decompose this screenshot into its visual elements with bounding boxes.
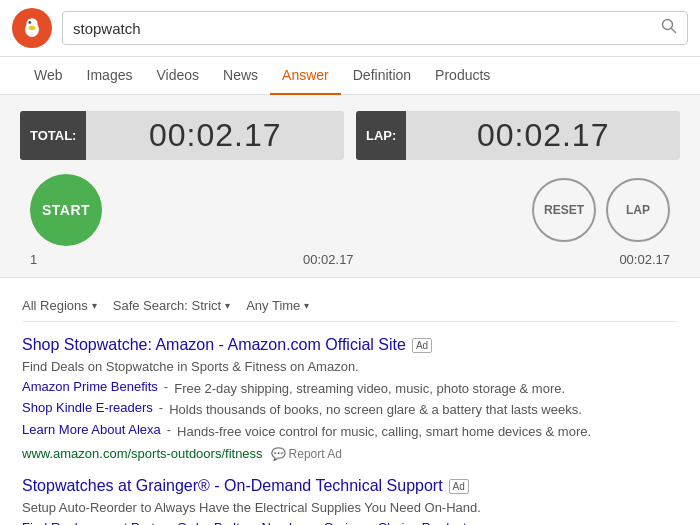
sw-lap-time: 00:02.17 [406,111,680,160]
sw-right-buttons: RESET LAP [532,178,670,242]
svg-point-3 [29,21,32,24]
result-1-desc-main: Find Deals on Stopwatche in Sports & Fit… [22,357,678,377]
search-bar[interactable] [62,11,688,45]
bubble-icon: 💬 [271,447,286,461]
nav-tabs: Web Images Videos News Answer Definition… [0,57,700,95]
result-2-title[interactable]: Stopwatches at Grainger® - On-Demand Tec… [22,477,678,495]
lap-button[interactable]: LAP [606,178,670,242]
search-result-2: Stopwatches at Grainger® - On-Demand Tec… [22,477,678,525]
filter-time[interactable]: Any Time ▾ [246,298,309,313]
result-2-sitelinks: Find Replacement Parts , Order By Item N… [22,520,678,526]
report-ad-1[interactable]: 💬 Report Ad [271,447,342,461]
header [0,0,700,57]
filter-bar: All Regions ▾ Safe Search: Strict ▾ Any … [22,288,678,322]
svg-point-4 [30,22,31,23]
filter-safe-search[interactable]: Safe Search: Strict ▾ [113,298,230,313]
search-result-1: Shop Stopwatche: Amazon - Amazon.com Off… [22,336,678,461]
start-button[interactable]: START [30,174,102,246]
sitelink-order[interactable]: Order By Item Number [177,520,308,526]
results-area: All Regions ▾ Safe Search: Strict ▾ Any … [0,278,700,525]
sw-total-label: TOTAL: [20,111,86,160]
tab-news[interactable]: News [211,57,270,95]
result-1-sitelink-row3: Learn More About Alexa - Hands-free voic… [22,422,678,444]
filter-time-label: Any Time [246,298,300,313]
tab-web[interactable]: Web [22,57,75,95]
result-1-url-row: www.amazon.com/sports-outdoors/fitness 💬… [22,446,678,461]
sw-lap-display: LAP: 00:02.17 [356,111,680,160]
sitelink-choice[interactable]: Grainger Choice Products [323,520,473,526]
sw-total-display: TOTAL: 00:02.17 [20,111,344,160]
result-2-desc-main: Setup Auto-Reorder to Always Have the El… [22,498,678,518]
sw-controls: START RESET LAP [20,174,680,246]
result-1-sitelink-row2: Shop Kindle E-readers - Holds thousands … [22,400,678,422]
filter-regions[interactable]: All Regions ▾ [22,298,97,313]
sw-lap-label: LAP: [356,111,406,160]
svg-point-5 [29,26,36,30]
search-button[interactable] [661,18,677,38]
logo [12,8,52,48]
stopwatch-widget: TOTAL: 00:02.17 LAP: 00:02.17 START RESE… [0,95,700,278]
chevron-down-icon: ▾ [304,300,309,311]
sitelink-alexa[interactable]: Learn More About Alexa [22,422,161,444]
ad-badge: Ad [412,338,432,353]
sitelink-prime[interactable]: Amazon Prime Benefits [22,379,158,401]
tab-definition[interactable]: Definition [341,57,423,95]
search-input[interactable] [73,20,661,37]
chevron-down-icon: ▾ [92,300,97,311]
filter-safe-search-label: Safe Search: Strict [113,298,221,313]
tab-answer[interactable]: Answer [270,57,341,95]
sitelink-replacement[interactable]: Find Replacement Parts [22,520,161,526]
result-1-title[interactable]: Shop Stopwatche: Amazon - Amazon.com Off… [22,336,678,354]
lap-total: 00:02.17 [619,252,670,267]
filter-regions-label: All Regions [22,298,88,313]
reset-button[interactable]: RESET [532,178,596,242]
sitelink-kindle[interactable]: Shop Kindle E-readers [22,400,153,422]
result-1-sitelinks: Amazon Prime Benefits - Free 2-day shipp… [22,379,678,401]
tab-products[interactable]: Products [423,57,502,95]
sw-displays: TOTAL: 00:02.17 LAP: 00:02.17 [20,111,680,160]
ad-badge-2: Ad [449,479,469,494]
result-1-url: www.amazon.com/sports-outdoors/fitness [22,446,263,461]
svg-line-7 [672,29,676,33]
sw-laps-row: 1 00:02.17 00:02.17 [20,246,680,267]
lap-elapsed: 00:02.17 [303,252,354,267]
chevron-down-icon: ▾ [225,300,230,311]
tab-images[interactable]: Images [75,57,145,95]
tab-videos[interactable]: Videos [144,57,211,95]
sw-total-time: 00:02.17 [86,111,344,160]
lap-number: 1 [30,252,37,267]
